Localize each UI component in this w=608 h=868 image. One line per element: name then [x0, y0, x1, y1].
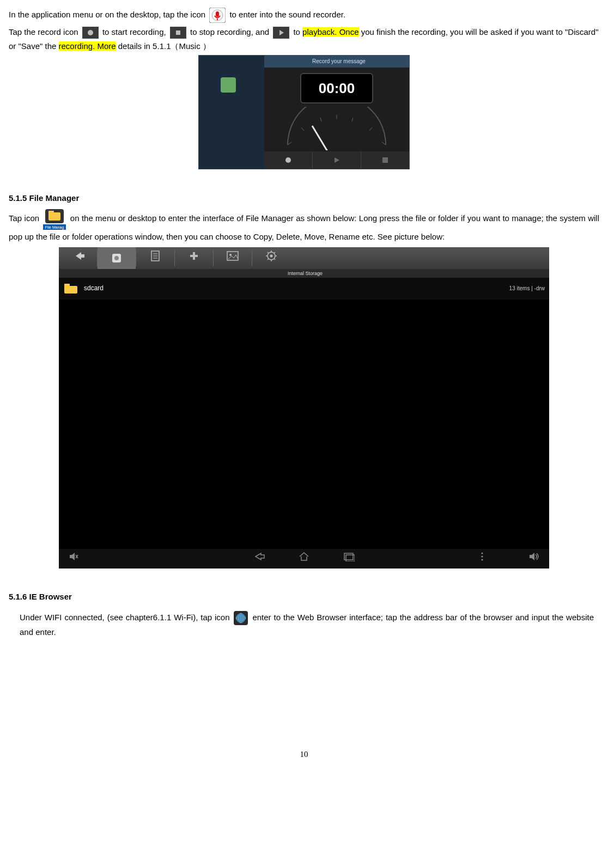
folder-icon [63, 283, 78, 295]
text: to start recording, [102, 27, 168, 36]
fm-storage-label: Internal Storage [59, 269, 549, 278]
fm-tab-doc[interactable] [136, 250, 174, 266]
svg-line-16 [352, 118, 353, 121]
file-manager-icon: File Manag [43, 208, 66, 230]
svg-point-28 [114, 256, 119, 260]
svg-point-36 [229, 254, 232, 256]
recorder-title: Record your message [264, 56, 409, 68]
paragraph-file-manager: Tap icon File Manag on the menu or deskt… [9, 208, 599, 244]
text: Tap icon [9, 213, 39, 223]
fm-folder-meta: 13 items | -drw [509, 284, 545, 293]
browser-icon [234, 611, 248, 625]
svg-point-5 [88, 30, 93, 35]
heading-file-manager: 5.1.5 File Manager [9, 191, 599, 205]
recorder-record-button[interactable] [264, 151, 313, 169]
fm-tab-image[interactable] [214, 250, 252, 266]
fm-tab-add[interactable] [175, 250, 213, 266]
svg-point-56 [481, 555, 483, 557]
svg-line-14 [320, 118, 321, 121]
svg-rect-2 [216, 11, 219, 17]
file-manager-screenshot: Internal Storage sdcard 13 items | -drw [59, 247, 549, 569]
text: details in 5.1.1（Music ） [118, 41, 211, 51]
fm-tab-settings[interactable] [252, 250, 290, 266]
svg-rect-48 [64, 284, 70, 287]
fm-volume-up[interactable] [528, 552, 539, 566]
svg-line-11 [312, 126, 337, 150]
paragraph-recording: Tap the record icon to start recording, … [9, 25, 599, 53]
recorder-stop-button[interactable] [361, 151, 409, 169]
svg-line-43 [267, 252, 269, 253]
text: to [293, 27, 302, 36]
svg-marker-51 [70, 553, 75, 560]
record-icon [82, 27, 99, 39]
svg-rect-21 [382, 157, 388, 163]
page-number: 10 [9, 748, 599, 762]
desktop-icon [221, 77, 236, 93]
fm-tab-home[interactable] [98, 247, 136, 269]
svg-point-55 [481, 552, 483, 554]
svg-line-46 [274, 252, 275, 253]
svg-marker-26 [76, 252, 84, 260]
stop-icon [170, 27, 186, 39]
fm-nav-recent[interactable] [343, 552, 355, 566]
heading-ie-browser: 5.1.6 IE Browser [9, 590, 599, 604]
recorder-time: 00:00 [300, 73, 373, 103]
svg-rect-7 [176, 30, 180, 35]
svg-rect-34 [190, 255, 198, 257]
sound-recorder-screenshot: Record your message 00:00 [198, 55, 410, 169]
fm-folder-name: sdcard [84, 283, 104, 294]
svg-rect-23 [48, 212, 60, 221]
fm-nav-menu[interactable] [481, 552, 484, 566]
svg-marker-54 [530, 553, 534, 560]
fm-nav-home[interactable] [298, 552, 310, 566]
paragraph-intro: In the application menu or on the deskto… [9, 8, 599, 23]
svg-marker-20 [335, 157, 339, 163]
sound-recorder-icon [209, 8, 226, 23]
svg-line-44 [274, 259, 275, 260]
svg-line-45 [267, 259, 269, 260]
recorder-play-button[interactable] [313, 151, 361, 169]
paragraph-ie-browser: Under WIFI connected, (see chapter6.1.1 … [20, 610, 594, 639]
file-manager-icon-label: File Manag [45, 225, 64, 230]
text: to stop recording, and [190, 27, 271, 36]
text: Under WIFI connected, (see chapter6.1.1 … [20, 613, 232, 622]
text: on the menu or desktop to enter the inte… [9, 213, 599, 241]
text: Tap the record icon [9, 27, 81, 36]
fm-volume-down[interactable] [69, 552, 78, 566]
svg-point-19 [285, 157, 291, 163]
svg-point-38 [270, 254, 273, 257]
svg-rect-24 [48, 211, 54, 213]
text: In the application menu or on the deskto… [9, 10, 208, 19]
svg-rect-47 [64, 286, 77, 294]
svg-line-17 [369, 127, 372, 131]
highlight-recording-more: recording. More [59, 41, 116, 51]
fm-nav-back[interactable] [253, 552, 265, 566]
fm-back-button[interactable] [59, 251, 97, 265]
text: to enter into the sound recorder. [229, 10, 345, 19]
highlight-playback: playback. Once [302, 27, 358, 36]
play-icon [273, 27, 289, 39]
fm-folder-row[interactable]: sdcard 13 items | -drw [59, 278, 549, 299]
svg-point-57 [481, 559, 483, 560]
svg-line-13 [301, 127, 304, 131]
